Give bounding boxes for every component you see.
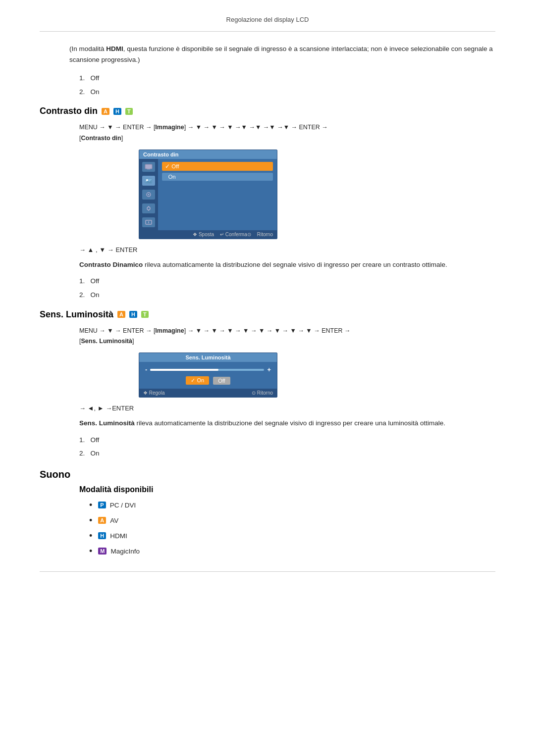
contrasto-din-title-bar: Contrasto din bbox=[139, 150, 277, 159]
icon-info bbox=[145, 219, 153, 225]
option-1-off: 1. Off bbox=[40, 73, 495, 84]
bullet-pc: • bbox=[89, 500, 92, 510]
badge-t: T bbox=[125, 108, 133, 115]
contrasto-din-label: Contrasto din bbox=[40, 106, 98, 116]
sens-slider-fill bbox=[150, 369, 218, 371]
page-container: Regolazione del display LCD (In modalità… bbox=[0, 0, 535, 592]
sens-luminosita-heading: Sens. Luminosità A H T bbox=[40, 309, 495, 320]
contrasto-din-body: ✓ Off On bbox=[139, 159, 277, 230]
badge-h: H bbox=[113, 108, 121, 115]
sens-plus: + bbox=[267, 366, 271, 373]
badge-a-mode: A bbox=[98, 517, 106, 524]
bullet-hdmi: • bbox=[89, 531, 92, 541]
sens-nav-hint: → ◄, ► →ENTER bbox=[40, 404, 495, 412]
sens-on-button[interactable]: ✓ On bbox=[186, 376, 209, 385]
mode-label-av: AV bbox=[110, 517, 118, 524]
sens-off-button[interactable]: Off bbox=[213, 377, 230, 385]
sens-badge-t: T bbox=[141, 311, 149, 318]
contrasto-din-heading: Contrasto din A H T bbox=[40, 106, 495, 116]
mode-item-pc-dvi: • P PC / DVI bbox=[40, 500, 495, 510]
footer-conferma: ↵ Conferma⊙ bbox=[220, 232, 251, 237]
mode-label-pc: PC / DVI bbox=[110, 502, 136, 509]
contrasto-din-nav-hint: → ▲ , ▼ → ENTER bbox=[40, 246, 495, 253]
icon-box-5 bbox=[142, 217, 155, 227]
badge-p: P bbox=[98, 502, 106, 508]
svg-rect-1 bbox=[147, 169, 150, 169]
modalita-heading: Modalità disponibili bbox=[40, 485, 495, 494]
mode-item-magicinfo: • M MagicInfo bbox=[40, 546, 495, 556]
menu-icon-col bbox=[139, 159, 158, 230]
hdmi-bold: HDMI bbox=[106, 45, 123, 52]
contrasto-option-off: 1. Off bbox=[40, 276, 495, 287]
intro-text: (In modalità HDMI, questa funzione è dis… bbox=[40, 44, 495, 65]
sens-slider-row: - + bbox=[145, 366, 271, 373]
icon-box-4 bbox=[142, 203, 155, 213]
sens-badge-a: A bbox=[117, 311, 125, 318]
svg-point-6 bbox=[147, 207, 150, 210]
sens-footer-regola: ❖ Regola bbox=[143, 390, 164, 396]
option-1-on: 2. On bbox=[40, 87, 495, 98]
mode-label-hdmi: HDMI bbox=[110, 532, 127, 540]
sens-minus: - bbox=[145, 366, 147, 373]
icon-display bbox=[145, 164, 153, 170]
sens-footer-ritorno: ⊙ Ritorno bbox=[252, 390, 273, 396]
footer-sposta: ❖ Sposta bbox=[193, 232, 214, 237]
page-header: Regolazione del display LCD bbox=[40, 10, 495, 32]
intro-rest: , questa funzione è disponibile se il se… bbox=[69, 45, 493, 63]
mode-label-magicinfo: MagicInfo bbox=[110, 548, 140, 555]
contrasto-din-options: ✓ Off On bbox=[158, 159, 277, 230]
sens-slider-track bbox=[150, 369, 264, 371]
sens-option-off: 1. Off bbox=[40, 435, 495, 446]
footer-ritorno: Ritorno bbox=[257, 232, 273, 237]
svg-point-5 bbox=[148, 194, 150, 195]
contrasto-din-screenshot: Contrasto din ✓ Off bbox=[139, 150, 277, 239]
contrasto-option-on: 2. On bbox=[40, 290, 495, 301]
bullet-av: • bbox=[89, 515, 92, 526]
sens-menu-path: MENU → ▼ → ENTER → [Immagine] → ▼ → ▼ → … bbox=[40, 326, 495, 347]
badge-m-mode: M bbox=[98, 548, 107, 554]
contrasto-dinamico-bold: Contrasto Dinamico bbox=[79, 261, 143, 268]
icon-box-2 bbox=[142, 176, 155, 186]
svg-rect-0 bbox=[145, 164, 152, 169]
sens-buttons-row: ✓ On Off bbox=[186, 376, 230, 385]
icon-box-3 bbox=[142, 190, 155, 200]
suono-label: Suono bbox=[40, 469, 70, 480]
sens-body: - + ✓ On Off bbox=[139, 362, 277, 389]
sens-luminosita-bold: Sens. Luminosità bbox=[79, 419, 135, 427]
icon-settings bbox=[145, 205, 153, 211]
contrasto-din-footer: ❖ Sposta ↵ Conferma⊙ Ritorno bbox=[139, 230, 277, 239]
modalita-label: Modalità disponibili bbox=[79, 485, 153, 494]
intro-paren-open: (In modalità bbox=[69, 45, 106, 52]
sens-luminosita-screenshot: Sens. Luminosità - + ✓ On Off ❖ Regola ⊙… bbox=[139, 353, 277, 398]
contrasto-din-description: Contrasto Dinamico rileva automaticament… bbox=[40, 259, 495, 270]
bullet-magicinfo: • bbox=[89, 546, 92, 556]
sens-title-bar: Sens. Luminosità bbox=[139, 353, 277, 362]
sens-footer: ❖ Regola ⊙ Ritorno bbox=[139, 389, 277, 397]
page-title: Regolazione del display LCD bbox=[226, 16, 309, 23]
icon-sound bbox=[145, 192, 153, 198]
badge-h-mode: H bbox=[98, 532, 106, 539]
sens-luminosita-label: Sens. Luminosità bbox=[40, 309, 113, 320]
sens-option-on: 2. On bbox=[40, 448, 495, 459]
icon-picture bbox=[145, 178, 153, 184]
badge-a: A bbox=[102, 108, 109, 115]
suono-heading: Suono bbox=[40, 469, 495, 480]
contrasto-din-menu-path: MENU → ▼ → ENTER → [Immagine] → ▼ → ▼ → … bbox=[40, 122, 495, 144]
contrasto-din-option-off: ✓ Off bbox=[162, 162, 273, 171]
icon-box-1 bbox=[142, 162, 155, 172]
sens-description: Sens. Luminosità rileva automaticamente … bbox=[40, 418, 495, 429]
contrasto-din-option-on: On bbox=[162, 173, 273, 181]
sens-badge-h: H bbox=[129, 311, 137, 318]
page-footer bbox=[40, 571, 495, 572]
mode-item-hdmi: • H HDMI bbox=[40, 531, 495, 541]
mode-item-av: • A AV bbox=[40, 515, 495, 526]
